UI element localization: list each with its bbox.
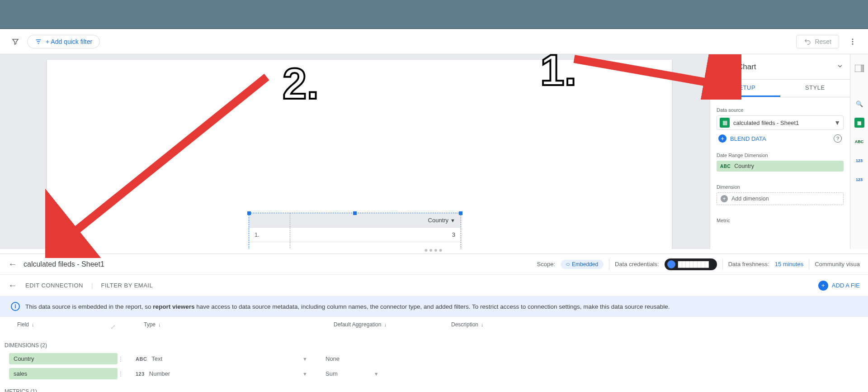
sheets-source-icon[interactable]	[854, 118, 864, 128]
sort-icon: ↓	[384, 322, 387, 327]
scope-badge[interactable]: Embedded	[561, 260, 604, 269]
chart-country-header[interactable]: Country▼	[290, 213, 461, 228]
date-range-field-name: Country	[734, 163, 754, 169]
svg-rect-5	[720, 69, 722, 70]
type-abc-icon: ABC	[720, 164, 731, 169]
chevron-down-icon: ▼	[834, 119, 840, 126]
window-title-bar	[0, 0, 868, 29]
type-123-icon: 123	[136, 371, 145, 377]
add-quick-filter-label: + Add quick filter	[46, 38, 92, 45]
field-chip[interactable]: Country	[9, 353, 118, 364]
svg-rect-7	[722, 67, 729, 67]
data-source-pane: ← calculated fileds - Sheet1 Scope: Embe…	[0, 253, 868, 392]
chevron-down-icon: ▼	[302, 371, 307, 377]
collapse-icon[interactable]	[836, 62, 844, 71]
chevron-down-icon: ▼	[374, 371, 379, 377]
sort-desc-icon: ▼	[450, 218, 455, 223]
data-source-selector[interactable]: ▦ calculated fileds - Sheet1 ▼	[717, 115, 844, 130]
dimension-section-label: Dimension	[717, 184, 844, 190]
type-label: Number	[149, 370, 170, 377]
back-button[interactable]: ←	[8, 259, 17, 269]
toggle-panel-icon[interactable]	[854, 63, 864, 73]
credentials-label: Data credentials:	[615, 261, 659, 268]
add-field-label: ADD A FIE	[832, 282, 860, 289]
field-chip[interactable]: sales	[9, 368, 118, 379]
info-banner: i This data source is embedded in the re…	[0, 296, 868, 317]
svg-point-0	[852, 38, 854, 40]
reset-button[interactable]: Reset	[796, 35, 839, 48]
properties-tabs: SETUP STYLE	[710, 80, 850, 97]
freshness-value-link[interactable]: 15 minutes	[775, 261, 804, 268]
info-banner-text: This data source is embedded in the repo…	[25, 303, 670, 310]
column-resize-handle[interactable]: ⤢	[0, 323, 118, 330]
col-agg-header[interactable]: Default Aggregation↓	[334, 321, 451, 328]
metric-section-label: Metric	[717, 218, 844, 223]
add-quick-filter-button[interactable]: + Add quick filter	[27, 35, 100, 48]
svg-point-1	[852, 41, 854, 42]
agg-cell: None	[326, 355, 443, 362]
number-type-icon: 123	[854, 156, 864, 166]
field-menu-button[interactable]: ⋮	[118, 370, 136, 378]
number-type-icon: 123	[854, 175, 864, 185]
help-icon[interactable]: ?	[834, 134, 842, 143]
field-row-sales[interactable]: sales ⋮ 123 Number ▼ Sum▼	[0, 366, 868, 381]
filter-icon[interactable]	[7, 33, 24, 50]
col-type-header[interactable]: Type↓	[144, 321, 334, 328]
tab-style[interactable]: STYLE	[780, 80, 850, 97]
add-dimension-button[interactable]: + Add dimension	[717, 192, 844, 205]
back-button-2[interactable]: ←	[8, 280, 17, 291]
dimensions-group-header: DIMENSIONS (2)	[0, 339, 868, 351]
blend-data-link[interactable]: BLEND DATA	[730, 135, 766, 142]
chart-type-selector[interactable]	[717, 61, 732, 73]
data-source-name: calculated fileds - Sheet1	[733, 120, 830, 126]
date-range-field-chip[interactable]: ABC Country	[717, 161, 844, 172]
svg-point-2	[852, 43, 854, 44]
chart-index-header	[249, 213, 290, 228]
tab-setup[interactable]: SETUP	[710, 80, 780, 97]
col-desc-header[interactable]: Description↓	[451, 321, 851, 328]
reset-label: Reset	[815, 38, 831, 45]
type-label: Text	[151, 355, 162, 362]
info-icon: i	[11, 302, 20, 311]
abc-type-icon: ABC	[854, 137, 864, 147]
filter-by-email-button[interactable]: FILTER BY EMAIL	[101, 282, 153, 289]
data-source-title: calculated fileds - Sheet1	[24, 260, 104, 268]
pane-resize-handle[interactable]: ••••	[0, 249, 868, 253]
community-viz-label: Community visua	[815, 261, 860, 268]
chevron-down-icon: ▼	[302, 356, 307, 362]
sort-icon: ↓	[158, 322, 161, 327]
type-abc-icon: ABC	[136, 356, 147, 362]
add-field-button[interactable]: + ADD A FIE	[818, 281, 860, 291]
plus-icon: +	[718, 134, 726, 143]
sheets-icon: ▦	[720, 118, 730, 128]
metrics-group-header: METRICS (1)	[0, 386, 868, 392]
date-range-section-label: Date Range Dimension	[717, 153, 844, 158]
table-row[interactable]: 1. 3	[249, 228, 461, 242]
type-cell[interactable]: 123 Number ▼	[136, 370, 326, 377]
svg-rect-4	[720, 67, 722, 67]
type-cell[interactable]: ABC Text ▼	[136, 355, 326, 362]
freshness-label: Data freshness:	[728, 261, 769, 268]
field-menu-button[interactable]: ⋮	[118, 355, 136, 363]
field-table: Field↓ Type↓ Default Aggregation↓ Descri…	[0, 317, 868, 392]
plus-icon: +	[818, 281, 828, 291]
field-row-country[interactable]: Country ⋮ ABC Text ▼ None	[0, 351, 868, 366]
plus-icon: +	[721, 195, 728, 202]
credentials-pill[interactable]: ████████	[665, 258, 717, 270]
filter-toolbar: + Add quick filter Reset	[0, 29, 868, 54]
properties-panel: Chart SETUP STYLE Data source ▦ calculat…	[710, 54, 850, 249]
avatar	[667, 260, 675, 268]
svg-rect-6	[722, 64, 729, 65]
data-source-section-label: Data source	[717, 107, 844, 113]
edit-connection-button[interactable]: EDIT CONNECTION	[25, 282, 83, 289]
search-icon[interactable]	[854, 99, 864, 109]
properties-title: Chart	[737, 62, 831, 72]
more-options-button[interactable]	[844, 33, 861, 50]
scope-label: Scope:	[537, 261, 555, 268]
row-index: 1.	[249, 228, 290, 242]
svg-rect-8	[722, 69, 729, 70]
chart-table-widget[interactable]: Country▼ 1. 3	[249, 213, 461, 249]
report-canvas[interactable]: Country▼ 1. 3	[0, 54, 710, 249]
row-value: 3	[290, 228, 461, 242]
agg-cell[interactable]: Sum▼	[326, 370, 443, 377]
